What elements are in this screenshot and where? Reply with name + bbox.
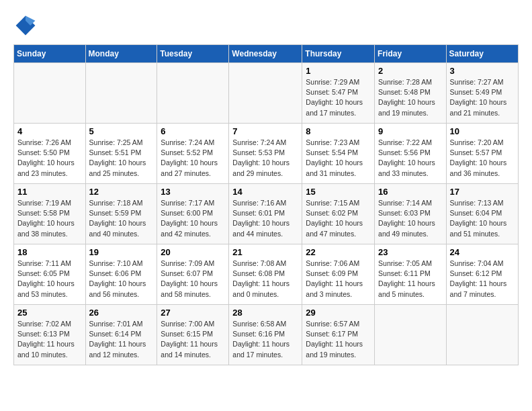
calendar-cell: 23Sunrise: 7:05 AM Sunset: 6:11 PM Dayli…: [375, 244, 447, 305]
calendar-cell: [446, 305, 518, 365]
day-number: 16: [378, 187, 443, 197]
day-number: 2: [378, 66, 443, 76]
day-number: 27: [161, 308, 225, 318]
day-info: Sunrise: 7:22 AM Sunset: 5:56 PM Dayligh…: [378, 138, 443, 179]
day-number: 9: [378, 126, 443, 136]
calendar-cell: 2Sunrise: 7:28 AM Sunset: 5:48 PM Daylig…: [375, 63, 447, 124]
day-info: Sunrise: 7:25 AM Sunset: 5:51 PM Dayligh…: [89, 138, 154, 179]
calendar-cell: 9Sunrise: 7:22 AM Sunset: 5:56 PM Daylig…: [375, 124, 447, 184]
calendar-cell: 13Sunrise: 7:17 AM Sunset: 6:00 PM Dayli…: [157, 184, 229, 244]
day-number: 3: [450, 66, 515, 76]
week-row-3: 11Sunrise: 7:19 AM Sunset: 5:58 PM Dayli…: [14, 184, 519, 244]
day-number: 12: [89, 187, 154, 197]
calendar-cell: 15Sunrise: 7:15 AM Sunset: 6:02 PM Dayli…: [302, 184, 375, 244]
calendar-cell: 19Sunrise: 7:10 AM Sunset: 6:06 PM Dayli…: [85, 244, 157, 305]
day-info: Sunrise: 6:57 AM Sunset: 6:17 PM Dayligh…: [306, 319, 371, 360]
day-info: Sunrise: 7:11 AM Sunset: 6:05 PM Dayligh…: [17, 259, 82, 300]
day-info: Sunrise: 7:23 AM Sunset: 5:54 PM Dayligh…: [306, 138, 371, 179]
day-info: Sunrise: 7:15 AM Sunset: 6:02 PM Dayligh…: [306, 198, 371, 239]
calendar-cell: [14, 63, 86, 124]
calendar-cell: 12Sunrise: 7:18 AM Sunset: 5:59 PM Dayli…: [85, 184, 157, 244]
header-saturday: Saturday: [446, 45, 518, 63]
day-number: 20: [161, 247, 225, 257]
day-info: Sunrise: 7:29 AM Sunset: 5:47 PM Dayligh…: [306, 77, 371, 118]
day-info: Sunrise: 7:06 AM Sunset: 6:09 PM Dayligh…: [306, 259, 371, 300]
week-row-4: 18Sunrise: 7:11 AM Sunset: 6:05 PM Dayli…: [14, 244, 519, 305]
header-thursday: Thursday: [302, 45, 375, 63]
day-info: Sunrise: 7:01 AM Sunset: 6:14 PM Dayligh…: [89, 319, 154, 360]
calendar-cell: 27Sunrise: 7:00 AM Sunset: 6:15 PM Dayli…: [157, 305, 229, 365]
day-info: Sunrise: 7:02 AM Sunset: 6:13 PM Dayligh…: [17, 319, 82, 360]
day-number: 26: [89, 308, 154, 318]
calendar-cell: 28Sunrise: 6:58 AM Sunset: 6:16 PM Dayli…: [229, 305, 302, 365]
week-row-5: 25Sunrise: 7:02 AM Sunset: 6:13 PM Dayli…: [14, 305, 519, 365]
day-info: Sunrise: 7:27 AM Sunset: 5:49 PM Dayligh…: [450, 77, 515, 118]
calendar-cell: 3Sunrise: 7:27 AM Sunset: 5:49 PM Daylig…: [446, 63, 518, 124]
page-header: [13, 13, 519, 38]
day-info: Sunrise: 7:16 AM Sunset: 6:01 PM Dayligh…: [232, 198, 298, 239]
logo: [13, 13, 42, 38]
day-info: Sunrise: 7:17 AM Sunset: 6:00 PM Dayligh…: [161, 198, 225, 239]
day-number: 10: [450, 126, 515, 136]
header-monday: Monday: [85, 45, 157, 63]
calendar-cell: 24Sunrise: 7:04 AM Sunset: 6:12 PM Dayli…: [446, 244, 518, 305]
day-number: 17: [450, 187, 515, 197]
day-info: Sunrise: 7:14 AM Sunset: 6:03 PM Dayligh…: [378, 198, 443, 239]
calendar-cell: 26Sunrise: 7:01 AM Sunset: 6:14 PM Dayli…: [85, 305, 157, 365]
header-tuesday: Tuesday: [157, 45, 229, 63]
calendar-cell: 7Sunrise: 7:24 AM Sunset: 5:53 PM Daylig…: [229, 124, 302, 184]
day-number: 15: [306, 187, 371, 197]
calendar-cell: [229, 63, 302, 124]
day-info: Sunrise: 7:05 AM Sunset: 6:11 PM Dayligh…: [378, 259, 443, 300]
calendar-cell: [157, 63, 229, 124]
day-info: Sunrise: 7:24 AM Sunset: 5:53 PM Dayligh…: [232, 138, 298, 179]
week-row-1: 1Sunrise: 7:29 AM Sunset: 5:47 PM Daylig…: [14, 63, 519, 124]
calendar-body: 1Sunrise: 7:29 AM Sunset: 5:47 PM Daylig…: [14, 63, 519, 365]
day-info: Sunrise: 7:20 AM Sunset: 5:57 PM Dayligh…: [450, 138, 515, 179]
calendar-cell: 25Sunrise: 7:02 AM Sunset: 6:13 PM Dayli…: [14, 305, 86, 365]
day-info: Sunrise: 7:26 AM Sunset: 5:50 PM Dayligh…: [17, 138, 82, 179]
day-number: 8: [306, 126, 371, 136]
calendar-cell: 21Sunrise: 7:08 AM Sunset: 6:08 PM Dayli…: [229, 244, 302, 305]
calendar-cell: [375, 305, 447, 365]
day-number: 21: [232, 247, 298, 257]
calendar-cell: 22Sunrise: 7:06 AM Sunset: 6:09 PM Dayli…: [302, 244, 375, 305]
day-number: 28: [232, 308, 298, 318]
day-number: 22: [306, 247, 371, 257]
day-number: 4: [17, 126, 82, 136]
day-number: 6: [161, 126, 225, 136]
day-info: Sunrise: 7:10 AM Sunset: 6:06 PM Dayligh…: [89, 259, 154, 300]
header-row: SundayMondayTuesdayWednesdayThursdayFrid…: [14, 45, 519, 63]
calendar-cell: 6Sunrise: 7:24 AM Sunset: 5:52 PM Daylig…: [157, 124, 229, 184]
day-number: 5: [89, 126, 154, 136]
calendar-cell: 14Sunrise: 7:16 AM Sunset: 6:01 PM Dayli…: [229, 184, 302, 244]
calendar-header: SundayMondayTuesdayWednesdayThursdayFrid…: [14, 45, 519, 63]
day-info: Sunrise: 7:28 AM Sunset: 5:48 PM Dayligh…: [378, 77, 443, 118]
header-wednesday: Wednesday: [229, 45, 302, 63]
calendar-cell: 1Sunrise: 7:29 AM Sunset: 5:47 PM Daylig…: [302, 63, 375, 124]
header-sunday: Sunday: [14, 45, 86, 63]
day-number: 18: [17, 247, 82, 257]
calendar-cell: 10Sunrise: 7:20 AM Sunset: 5:57 PM Dayli…: [446, 124, 518, 184]
day-number: 14: [232, 187, 298, 197]
day-number: 25: [17, 308, 82, 318]
calendar-cell: 20Sunrise: 7:09 AM Sunset: 6:07 PM Dayli…: [157, 244, 229, 305]
calendar-cell: [85, 63, 157, 124]
calendar-cell: 5Sunrise: 7:25 AM Sunset: 5:51 PM Daylig…: [85, 124, 157, 184]
day-info: Sunrise: 7:24 AM Sunset: 5:52 PM Dayligh…: [161, 138, 225, 179]
day-number: 19: [89, 247, 154, 257]
day-info: Sunrise: 7:04 AM Sunset: 6:12 PM Dayligh…: [450, 259, 515, 300]
calendar-cell: 4Sunrise: 7:26 AM Sunset: 5:50 PM Daylig…: [14, 124, 86, 184]
day-info: Sunrise: 7:08 AM Sunset: 6:08 PM Dayligh…: [232, 259, 298, 300]
day-info: Sunrise: 7:13 AM Sunset: 6:04 PM Dayligh…: [450, 198, 515, 239]
day-info: Sunrise: 7:18 AM Sunset: 5:59 PM Dayligh…: [89, 198, 154, 239]
calendar-cell: 29Sunrise: 6:57 AM Sunset: 6:17 PM Dayli…: [302, 305, 375, 365]
logo-icon: [13, 13, 38, 38]
calendar-cell: 18Sunrise: 7:11 AM Sunset: 6:05 PM Dayli…: [14, 244, 86, 305]
header-friday: Friday: [375, 45, 447, 63]
day-number: 23: [378, 247, 443, 257]
calendar-table: SundayMondayTuesdayWednesdayThursdayFrid…: [13, 44, 519, 365]
day-info: Sunrise: 7:00 AM Sunset: 6:15 PM Dayligh…: [161, 319, 225, 360]
day-number: 24: [450, 247, 515, 257]
week-row-2: 4Sunrise: 7:26 AM Sunset: 5:50 PM Daylig…: [14, 124, 519, 184]
